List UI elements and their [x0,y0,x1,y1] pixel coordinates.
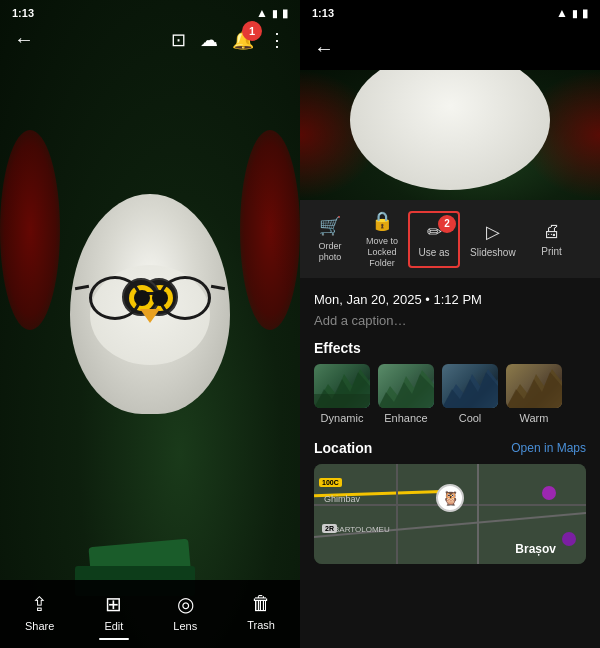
effect-enhance[interactable]: Enhance [378,364,434,424]
map-road-4 [477,464,479,564]
effects-title: Effects [300,336,600,364]
trash-icon: 🗑 [251,592,271,615]
photo-date: Mon, Jan 20, 2025 • 1:12 PM [314,292,586,307]
owl-beak [140,309,160,323]
effect-dynamic[interactable]: Dynamic [314,364,370,424]
glasses-arm-left [75,285,89,290]
right-toolbar: ← [300,26,600,70]
right-photo-preview [300,70,600,200]
share-button[interactable]: ⇪ Share [25,592,54,632]
lens-icon: ◎ [177,592,194,616]
effect-cool-thumb [442,364,498,408]
map-road-1 [396,464,398,564]
effect-dynamic-thumb [314,364,370,408]
edit-label: Edit [104,620,123,632]
right-status-icons: ▲ ▮ ▮ [556,6,588,20]
effect-warm[interactable]: Warm [506,364,562,424]
svg-marker-8 [506,372,562,408]
info-section: Mon, Jan 20, 2025 • 1:12 PM Add a captio… [300,278,600,336]
left-bottom-bar: ⇪ Share ⊞ Edit ◎ Lens 🗑 Trash [0,580,300,648]
right-signal-icon: ▮ [572,8,578,19]
edit-icon: ⊞ [105,592,122,616]
open-maps-link[interactable]: Open in Maps [511,441,586,455]
print-label: Print [541,246,562,257]
decoration-left [0,130,60,330]
effects-row: Dynamic Enhance Cool [300,364,600,436]
back-button[interactable]: ← [14,28,34,51]
battery-icon: ▮ [282,7,288,20]
print-action[interactable]: 🖨 Print [526,211,578,267]
map-label-ghimbav: Ghimbav [324,494,360,504]
location-header: Location Open in Maps [300,436,600,464]
use-as-action[interactable]: 2 ✏ Use as [408,211,460,268]
left-toolbar: ← ⊡ ☁ 🔔 1 ⋮ [0,22,300,57]
caption-placeholder[interactable]: Add a caption… [314,313,586,328]
right-panel: 1:13 ▲ ▮ ▮ ← 🛒 Orderphoto 🔒 Move toLocke… [300,0,600,648]
effect-cool-label: Cool [459,412,482,424]
effect-warm-label: Warm [520,412,549,424]
more-icon[interactable]: ⋮ [268,29,286,51]
locked-folder-action[interactable]: 🔒 Move toLockedFolder [356,200,408,278]
left-time: 1:13 [12,7,34,19]
effect-enhance-thumb [378,364,434,408]
order-photo-label: Orderphoto [318,241,341,263]
map-label-bartolomeu: BARTOLOMEU [334,525,390,534]
effect-dynamic-label: Dynamic [321,412,364,424]
owl-photo [0,0,300,648]
notification-icon[interactable]: 🔔 1 [232,29,254,51]
cloud-icon[interactable]: ☁ [200,29,218,51]
right-status-bar: 1:13 ▲ ▮ ▮ [300,0,600,26]
use-as-badge: 2 [438,215,456,233]
order-photo-icon: 🛒 [319,215,341,237]
effect-enhance-label: Enhance [384,412,427,424]
decoration-right [240,130,300,330]
locked-folder-icon: 🔒 [371,210,393,232]
signal-icon: ▮ [272,8,278,19]
map-road-num: 100C [319,478,342,487]
right-back-button[interactable]: ← [314,37,334,60]
effect-cool[interactable]: Cool [442,364,498,424]
order-photo-action[interactable]: 🛒 Orderphoto [304,205,356,273]
print-icon: 🖨 [543,221,561,242]
lens-label: Lens [173,620,197,632]
wifi-icon: ▲ [256,6,268,20]
lens-button[interactable]: ◎ Lens [173,592,197,632]
map-container[interactable]: 100C 2R Ghimbav BARTOLOMEU Brașov 🦉 [314,464,586,564]
effect-warm-thumb [506,364,562,408]
share-label: Share [25,620,54,632]
cast-icon[interactable]: ⊡ [171,29,186,51]
use-as-label: Use as [418,247,449,258]
left-status-icons: ▲ ▮ ▮ [256,6,288,20]
locked-folder-label: Move toLockedFolder [366,236,398,268]
notification-badge: 1 [242,21,262,41]
left-panel: 1:13 ▲ ▮ ▮ ← ⊡ ☁ 🔔 1 ⋮ [0,0,300,648]
glasses-arm-right [211,285,225,290]
right-battery-icon: ▮ [582,7,588,20]
svg-marker-6 [442,372,498,408]
trash-label: Trash [247,619,275,631]
slideshow-icon: ▷ [486,221,500,243]
actions-row: 🛒 Orderphoto 🔒 Move toLockedFolder 2 ✏ U… [300,200,600,278]
edit-button[interactable]: ⊞ Edit [104,592,123,632]
share-icon: ⇪ [31,592,48,616]
map-label-brasov: Brașov [515,542,556,556]
right-time: 1:13 [312,7,334,19]
slideshow-action[interactable]: ▷ Slideshow [460,211,526,268]
right-wifi-icon: ▲ [556,6,568,20]
location-title: Location [314,440,372,456]
slideshow-label: Slideshow [470,247,516,258]
svg-rect-2 [314,394,370,408]
trash-button[interactable]: 🗑 Trash [247,592,275,632]
